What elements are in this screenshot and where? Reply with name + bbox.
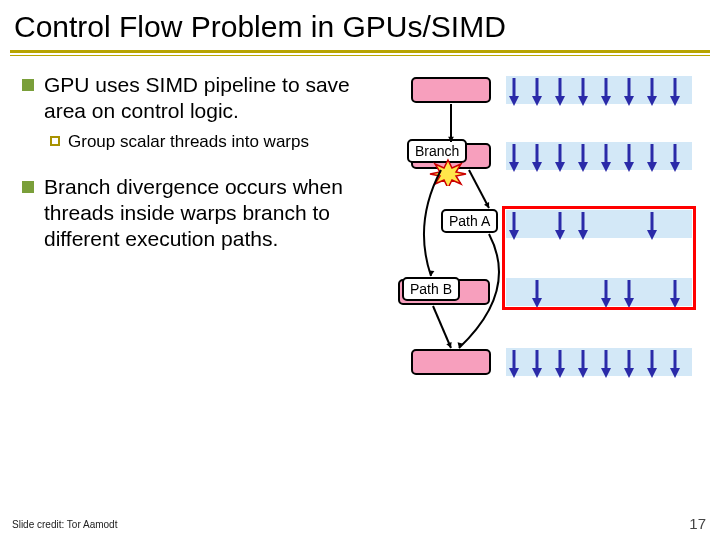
- bullet-text: Branch divergence occurs when threads in…: [44, 174, 351, 253]
- bullet-item-2: Branch divergence occurs when threads in…: [16, 174, 351, 253]
- slide-title: Control Flow Problem in GPUs/SIMD: [0, 0, 720, 50]
- hollow-square-bullet-icon: [50, 136, 60, 146]
- title-rule-thin: [10, 55, 710, 56]
- bullet-text: GPU uses SIMD pipeline to save area on c…: [44, 72, 351, 125]
- sub-bullet-item-1: Group scalar threads into warps: [50, 131, 351, 152]
- square-bullet-icon: [22, 181, 34, 193]
- sub-bullet-text: Group scalar threads into warps: [68, 131, 309, 152]
- content-area: GPU uses SIMD pipeline to save area on c…: [0, 66, 720, 442]
- flow-arrows: [351, 72, 511, 412]
- svg-marker-62: [647, 368, 657, 378]
- svg-marker-65: [448, 137, 454, 142]
- text-column: GPU uses SIMD pipeline to save area on c…: [16, 72, 351, 442]
- svg-marker-52: [532, 368, 542, 378]
- svg-marker-56: [578, 368, 588, 378]
- slide-credit: Slide credit: Tor Aamodt: [12, 519, 117, 530]
- svg-marker-60: [624, 368, 634, 378]
- svg-marker-54: [555, 368, 565, 378]
- square-bullet-icon: [22, 79, 34, 91]
- diagram-column: BranchPath APath B: [351, 72, 701, 442]
- svg-marker-64: [670, 368, 680, 378]
- svg-marker-58: [601, 368, 611, 378]
- title-rule-thick: [10, 50, 710, 53]
- bullet-item-1: GPU uses SIMD pipeline to save area on c…: [16, 72, 351, 125]
- page-number: 17: [689, 515, 706, 532]
